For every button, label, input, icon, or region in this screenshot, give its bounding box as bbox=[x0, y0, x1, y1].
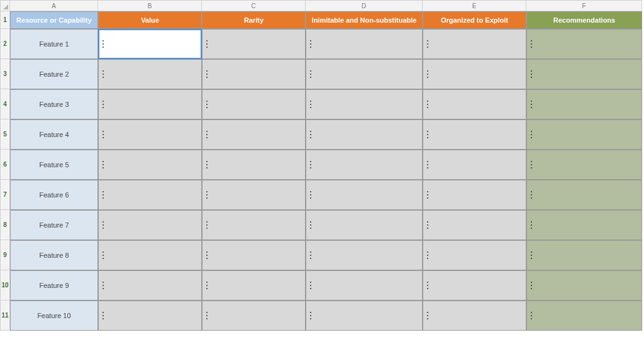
row-head-8[interactable]: 8 bbox=[0, 210, 10, 240]
cell-inimitable[interactable] bbox=[306, 180, 423, 210]
cell-organized[interactable] bbox=[423, 180, 526, 210]
header-resource[interactable]: Resource or Capability bbox=[10, 11, 98, 29]
row-head-6[interactable]: 6 bbox=[0, 150, 10, 180]
cell-value[interactable] bbox=[98, 89, 202, 119]
cell-value[interactable] bbox=[98, 240, 202, 270]
cell-recommend[interactable] bbox=[526, 150, 642, 180]
cell-value[interactable] bbox=[98, 301, 202, 331]
cell-rarity[interactable] bbox=[202, 89, 306, 119]
header-inimitable[interactable]: Inimitable and Non-substituable bbox=[306, 11, 423, 29]
cell-inimitable[interactable] bbox=[306, 29, 423, 59]
col-head-A[interactable]: A bbox=[10, 0, 98, 11]
cell-value[interactable] bbox=[98, 29, 202, 59]
cell-value[interactable] bbox=[98, 210, 202, 240]
row-label[interactable]: Feature 1 bbox=[10, 29, 98, 59]
cell-organized[interactable] bbox=[423, 301, 526, 331]
bullet-icon bbox=[103, 228, 104, 229]
row-head-2[interactable]: 2 bbox=[0, 29, 10, 59]
row-head-3[interactable]: 3 bbox=[0, 59, 10, 89]
cell-rarity[interactable] bbox=[202, 59, 306, 89]
bullet-icon bbox=[103, 315, 104, 316]
cell-organized[interactable] bbox=[423, 29, 526, 59]
bullet-icon bbox=[427, 288, 428, 289]
row-head-10[interactable]: 10 bbox=[0, 270, 10, 301]
bullet-icon bbox=[531, 282, 532, 283]
row-head-5[interactable]: 5 bbox=[0, 119, 10, 150]
cell-rarity[interactable] bbox=[202, 180, 306, 210]
bullet-icon bbox=[427, 131, 428, 132]
header-value[interactable]: Value bbox=[98, 11, 202, 29]
cell-organized[interactable] bbox=[423, 59, 526, 89]
row-head-1[interactable]: 1 bbox=[0, 11, 10, 29]
col-head-E[interactable]: E bbox=[423, 0, 526, 11]
cell-inimitable[interactable] bbox=[306, 210, 423, 240]
cell-value[interactable] bbox=[98, 270, 202, 301]
cell-rarity[interactable] bbox=[202, 301, 306, 331]
cell-rarity[interactable] bbox=[202, 119, 306, 150]
cell-rarity[interactable] bbox=[202, 240, 306, 270]
cell-inimitable[interactable] bbox=[306, 89, 423, 119]
col-head-C[interactable]: C bbox=[202, 0, 306, 11]
cell-inimitable[interactable] bbox=[306, 240, 423, 270]
row-label[interactable]: Feature 9 bbox=[10, 270, 98, 301]
bullet-icon bbox=[427, 167, 428, 168]
row-label[interactable]: Feature 10 bbox=[10, 301, 98, 331]
cell-inimitable[interactable] bbox=[306, 119, 423, 150]
row-head-11[interactable]: 11 bbox=[0, 301, 10, 331]
cell-rarity[interactable] bbox=[202, 29, 306, 59]
cell-organized[interactable] bbox=[423, 210, 526, 240]
header-rarity[interactable]: Rarity bbox=[202, 11, 306, 29]
cell-value[interactable] bbox=[98, 180, 202, 210]
col-head-D[interactable]: D bbox=[306, 0, 423, 11]
bullet-icon bbox=[310, 221, 311, 223]
cell-rarity[interactable] bbox=[202, 210, 306, 240]
col-head-F[interactable]: F bbox=[526, 0, 642, 11]
bullet-icon bbox=[310, 74, 311, 75]
row-label[interactable]: Feature 4 bbox=[10, 119, 98, 150]
row-label[interactable]: Feature 5 bbox=[10, 150, 98, 180]
cell-inimitable[interactable] bbox=[306, 301, 423, 331]
cell-recommend[interactable] bbox=[526, 29, 642, 59]
bullet-icon bbox=[531, 74, 532, 75]
row-label[interactable]: Feature 7 bbox=[10, 210, 98, 240]
cell-value[interactable] bbox=[98, 59, 202, 89]
cell-organized[interactable] bbox=[423, 119, 526, 150]
cell-organized[interactable] bbox=[423, 240, 526, 270]
cell-recommend[interactable] bbox=[526, 89, 642, 119]
row-label[interactable]: Feature 6 bbox=[10, 180, 98, 210]
row-label[interactable]: Feature 2 bbox=[10, 59, 98, 89]
bullet-icon bbox=[310, 318, 311, 319]
cell-organized[interactable] bbox=[423, 270, 526, 301]
header-organized[interactable]: Organized to Exploit bbox=[423, 11, 526, 29]
select-all-corner[interactable] bbox=[0, 0, 10, 11]
row-label[interactable]: Feature 8 bbox=[10, 240, 98, 270]
cell-recommend[interactable] bbox=[526, 119, 642, 150]
cell-organized[interactable] bbox=[423, 89, 526, 119]
cell-value[interactable] bbox=[98, 150, 202, 180]
cell-inimitable[interactable] bbox=[306, 150, 423, 180]
row-head-9[interactable]: 9 bbox=[0, 240, 10, 270]
bullet-icon bbox=[427, 134, 428, 135]
cell-recommend[interactable] bbox=[526, 180, 642, 210]
cell-recommend[interactable] bbox=[526, 59, 642, 89]
cell-recommend[interactable] bbox=[526, 301, 642, 331]
bullet-icon bbox=[531, 194, 532, 196]
bullet-icon bbox=[531, 167, 532, 168]
cell-recommend[interactable] bbox=[526, 270, 642, 301]
cell-recommend[interactable] bbox=[526, 210, 642, 240]
cell-organized[interactable] bbox=[423, 150, 526, 180]
cell-value[interactable] bbox=[98, 119, 202, 150]
cell-inimitable[interactable] bbox=[306, 59, 423, 89]
header-recommend[interactable]: Recommendations bbox=[526, 11, 642, 29]
cell-rarity[interactable] bbox=[202, 270, 306, 301]
bullet-icon bbox=[310, 137, 311, 138]
bullet-icon bbox=[206, 194, 208, 196]
row-head-7[interactable]: 7 bbox=[0, 180, 10, 210]
row-head-4[interactable]: 4 bbox=[0, 89, 10, 119]
cell-inimitable[interactable] bbox=[306, 270, 423, 301]
bullet-icon bbox=[206, 131, 208, 132]
col-head-B[interactable]: B bbox=[98, 0, 202, 11]
cell-recommend[interactable] bbox=[526, 240, 642, 270]
row-label[interactable]: Feature 3 bbox=[10, 89, 98, 119]
cell-rarity[interactable] bbox=[202, 150, 306, 180]
